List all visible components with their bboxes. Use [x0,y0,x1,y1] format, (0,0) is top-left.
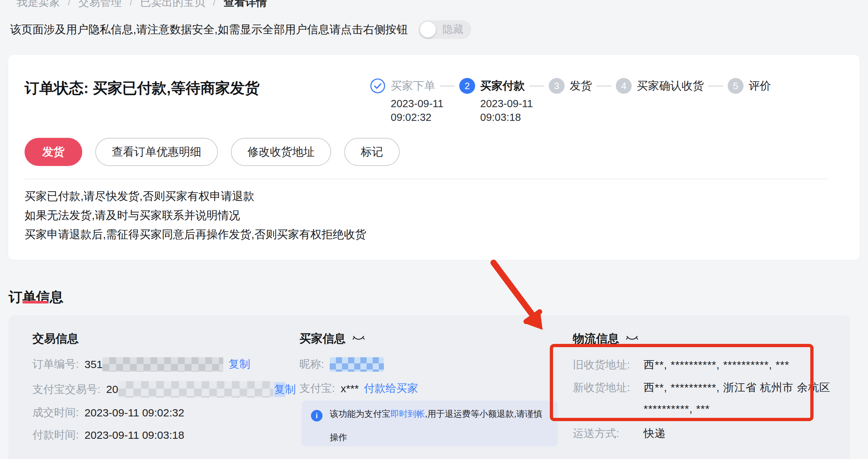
alipay-instant-note: i 该功能为支付宝即时到帐,用于退运费等小额退款,请谨慎 操作 [302,401,558,446]
row-label: 订单编号: [32,357,79,372]
step-ship: 3 发货 [549,78,592,94]
logistics-info-heading: 物流信息 [573,331,639,347]
alipay-trade-number-row: 支付宝交易号: 20 复制 [32,381,296,398]
step-number-badge: 4 [616,78,632,94]
breadcrumb-separator: / [130,0,132,8]
nickname-row: 昵称: [299,357,384,372]
ship-button[interactable]: 发货 [25,138,82,166]
tip-line: 买家已付款,请尽快发货,否则买家有权申请退款 [25,191,366,202]
step-number-badge: 2 [459,78,475,94]
step-connector [440,86,455,87]
order-number-prefix: 351 [84,358,102,371]
alipay-number-prefix: 20 [106,383,118,395]
step-label: 买家付款 [480,78,525,93]
new-address-row-line2: **********, *** [573,403,710,415]
privacy-hide-toggle[interactable]: 隐藏 [418,20,471,39]
info-icon: i [311,410,323,421]
row-label: 成交时间: [32,405,79,420]
row-label-spacer [573,403,644,415]
step-connector [708,86,723,87]
old-address-row: 旧收货地址: 西**, **********, **********, *** [573,358,789,372]
pay-to-buyer-link[interactable]: 付款给买家 [364,381,418,396]
step-buyer-ordered: 买家下单 2023-09-11 09:02:32 [370,78,435,94]
step-buyer-paid: 2 买家付款 2023-09-11 09:03:18 [459,78,525,94]
closed-eye-icon[interactable] [626,334,639,344]
note-text-line2: 操作 [330,432,347,443]
step-number-badge: 5 [728,78,744,94]
step-connector [529,86,544,87]
order-number-row: 订单编号: 351 复制 [32,357,250,372]
new-address-row: 新收货地址: 西**, **********, 浙江省 杭州市 余杭区 [573,380,830,395]
view-discount-detail-button[interactable]: 查看订单优惠明细 [95,138,218,166]
breadcrumb: 我是卖家 / 交易管理 / 已卖出的宝贝 / 查看详情 [17,0,267,10]
breadcrumb-item-trade-manage[interactable]: 交易管理 [78,0,122,10]
check-circle-icon [370,78,386,94]
row-label: 付款时间: [32,428,79,442]
step-review: 5 评价 [728,78,771,94]
pay-time-value: 2023-09-11 09:03:18 [84,429,184,441]
breadcrumb-item-view-detail: 查看详情 [224,0,267,10]
masked-nickname [330,357,384,372]
copy-order-number-link[interactable]: 复制 [228,357,250,372]
step-label: 买家下单 [391,78,435,93]
row-label: 支付宝交易号: [32,382,100,397]
step-number-badge: 3 [549,78,565,94]
masked-alipay-number [118,381,273,398]
row-label: 运送方式: [573,426,644,441]
step-label: 评价 [749,78,771,93]
step-timestamp: 2023-09-11 09:03:18 [480,97,533,124]
row-label: 昵称: [299,357,324,372]
order-detail-page: 我是卖家 / 交易管理 / 已卖出的宝贝 / 查看详情 该页面涉及用户隐私信息,… [0,0,868,459]
masked-order-number [102,357,223,372]
toggle-knob[interactable] [420,22,436,38]
toggle-label: 隐藏 [442,22,463,37]
row-label: 旧收货地址: [573,358,644,372]
privacy-notice-text: 该页面涉及用户隐私信息,请注意数据安全,如需显示全部用户信息请点击右侧按钮 [10,22,408,37]
note-text-line1: 该功能为支付宝即时到帐,用于退运费等小额退款,请谨慎 [330,408,542,420]
shipping-method-value: 快递 [644,426,666,441]
order-actions: 发货 查看订单优惠明细 修改收货地址 标记 [25,138,400,166]
row-label: 支付宝: [299,381,335,396]
order-status-card: 订单状态: 买家已付款,等待商家发货 买家下单 2023-09-11 09:02… [8,55,860,260]
instant-arrival-link[interactable]: 即时到帐 [390,409,425,419]
tip-line: 买家申请退款后,需征得买家同意后再操作发货,否则买家有权拒绝收货 [25,229,366,240]
breadcrumb-item-sold-items[interactable]: 已卖出的宝贝 [140,0,205,10]
modify-address-button[interactable]: 修改收货地址 [231,138,331,166]
order-progress-steps: 买家下单 2023-09-11 09:02:32 2 买家付款 2023-09-… [370,78,771,94]
deal-time-row: 成交时间: 2023-09-11 09:02:32 [32,405,184,420]
old-address-value: 西**, **********, **********, *** [644,358,789,372]
privacy-bar: 该页面涉及用户隐私信息,请注意数据安全,如需显示全部用户信息请点击右侧按钮 隐藏 [10,20,471,39]
row-label: 新收货地址: [573,380,644,395]
alipay-account-row: 支付宝: x*** 付款给买家 [299,381,418,396]
breadcrumb-separator: / [68,0,70,8]
deal-time-value: 2023-09-11 09:02:32 [84,407,184,419]
step-connector [596,86,611,87]
new-address-value-line1: 西**, **********, 浙江省 杭州市 余杭区 [644,380,830,395]
breadcrumb-item-seller[interactable]: 我是卖家 [17,0,60,10]
step-label: 发货 [570,78,592,93]
shipping-method-row: 运送方式: 快递 [573,426,666,441]
step-buyer-confirm: 4 买家确认收货 [616,78,704,94]
heading-underline [22,301,48,303]
buyer-info-heading: 买家信息 [299,331,365,347]
order-status-title: 订单状态: 买家已付款,等待商家发货 [25,77,284,100]
breadcrumb-separator: / [213,0,215,8]
copy-alipay-number-link[interactable]: 复制 [274,382,296,397]
trade-info-heading: 交易信息 [32,331,79,347]
mark-button[interactable]: 标记 [344,138,400,166]
step-timestamp: 2023-09-11 09:02:32 [391,97,443,124]
shipping-tips: 买家已付款,请尽快发货,否则买家有权申请退款 如果无法发货,请及时与买家联系并说… [25,191,366,248]
pay-time-row: 付款时间: 2023-09-11 09:03:18 [32,428,184,442]
divider [25,179,828,179]
new-address-value-line2: **********, *** [644,403,710,415]
alipay-account-value: x*** [341,382,359,395]
closed-eye-icon[interactable] [352,334,365,344]
tip-line: 如果无法发货,请及时与买家联系并说明情况 [25,210,366,221]
order-info-panel: 交易信息 订单编号: 351 复制 支付宝交易号: 20 复制 成交时间: 20… [8,315,850,459]
step-label: 买家确认收货 [637,78,704,93]
